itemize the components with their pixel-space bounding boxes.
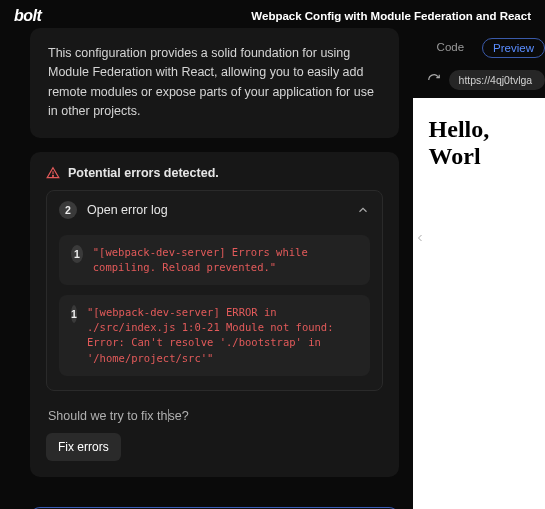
preview-tabs: Code Preview (413, 30, 545, 66)
error-item-count: 1 (71, 305, 77, 323)
error-log-accordion: 2 Open error log 1 "[webpack-dev-server]… (46, 190, 383, 391)
reload-icon[interactable] (427, 73, 441, 87)
error-item-count: 1 (71, 245, 83, 263)
svg-point-1 (53, 175, 54, 176)
chat-column: This configuration provides a solid foun… (0, 30, 413, 509)
error-item-text: "[webpack-dev-server] ERROR in ./src/ind… (87, 305, 358, 366)
error-count-badge: 2 (59, 201, 77, 219)
errors-panel: Potential errors detected. 2 Open error … (30, 152, 399, 477)
error-log-label: Open error log (87, 203, 168, 217)
tab-preview[interactable]: Preview (482, 38, 545, 58)
error-log-body: 1 "[webpack-dev-server] Errors while com… (47, 229, 382, 390)
chevron-up-icon (356, 203, 370, 217)
errors-heading: Potential errors detected. (68, 166, 219, 180)
error-item[interactable]: 1 "[webpack-dev-server] Errors while com… (59, 235, 370, 285)
error-log-toggle[interactable]: 2 Open error log (47, 191, 382, 229)
preview-page: Hello, Worl (413, 98, 545, 509)
warning-icon (46, 166, 60, 180)
logo: bolt (14, 7, 41, 25)
url-bar: https://4qj0tvlga (413, 66, 545, 98)
project-title: Webpack Config with Module Federation an… (251, 10, 531, 22)
config-description: This configuration provides a solid foun… (30, 28, 399, 138)
tab-code[interactable]: Code (427, 38, 475, 58)
fix-prompt: Should we try to fix thse? (48, 409, 383, 423)
fix-errors-button[interactable]: Fix errors (46, 433, 121, 461)
app-header: bolt Webpack Config with Module Federati… (0, 0, 545, 30)
page-heading: Hello, Worl (429, 116, 529, 170)
preview-column: Code Preview https://4qj0tvlga Hello, Wo… (413, 30, 545, 509)
error-item-text: "[webpack-dev-server] Errors while compi… (93, 245, 358, 275)
collapse-panel-button[interactable] (411, 230, 429, 248)
url-field[interactable]: https://4qj0tvlga (449, 70, 545, 90)
error-item[interactable]: 1 "[webpack-dev-server] ERROR in ./src/i… (59, 295, 370, 376)
